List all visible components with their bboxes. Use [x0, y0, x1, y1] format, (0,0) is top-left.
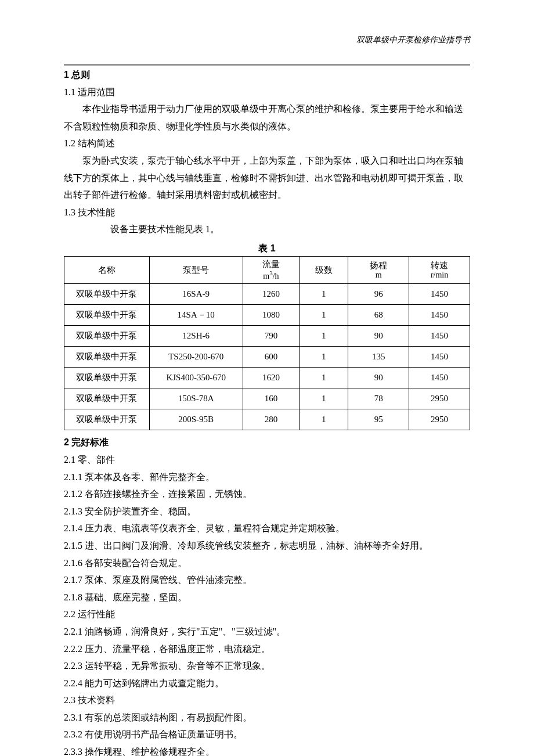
- header-title: 双吸单级中开泵检修作业指导书: [64, 35, 470, 48]
- cell-head: 78: [348, 388, 409, 409]
- list-item: 2.1.3 安全防护装置齐全、稳固。: [64, 503, 470, 520]
- col-name: 名称: [64, 256, 150, 283]
- cell-name: 双吸单级中开泵: [64, 284, 150, 305]
- table-1-caption: 表 1: [64, 243, 470, 255]
- cell-flow: 600: [243, 347, 300, 368]
- table-row: 双吸单级中开泵TS250-200-67060011351450: [64, 347, 470, 368]
- running-header: 双吸单级中开泵检修作业指导书: [64, 35, 470, 66]
- cell-stages: 1: [300, 368, 348, 388]
- document-page: 双吸单级中开泵检修作业指导书 1 总则 1.1 适用范围 本作业指导书适用于动力…: [0, 0, 534, 756]
- table-row: 双吸单级中开泵14SA－1010801681450: [64, 305, 470, 326]
- section-2-2-head: 2.2 运行性能: [64, 606, 470, 623]
- cell-stages: 1: [300, 305, 348, 326]
- cell-model: 150S-78A: [149, 388, 243, 409]
- cell-head: 95: [348, 409, 409, 430]
- table-row: 双吸单级中开泵12SH-67901901450: [64, 326, 470, 347]
- list-item: 2.2.1 油路畅通，润滑良好，实行"五定"、"三级过滤"。: [64, 623, 470, 640]
- cell-flow: 790: [243, 326, 300, 347]
- col-head-line2: m: [351, 271, 406, 280]
- list-item: 2.2.4 能力可达到铭牌出力或查定能力。: [64, 675, 470, 692]
- col-speed-line2: r/min: [412, 271, 467, 280]
- cell-flow: 1260: [243, 284, 300, 305]
- table-1: 名称 泵型号 流量 m3/h 级数 扬程 m 转速 r/min 双吸单级中开泵1…: [64, 256, 470, 430]
- cell-flow: 1080: [243, 305, 300, 326]
- cell-name: 双吸单级中开泵: [64, 388, 150, 409]
- cell-speed: 1450: [409, 284, 470, 305]
- table-row: 双吸单级中开泵200S-95B2801952950: [64, 409, 470, 430]
- col-head: 扬程 m: [348, 256, 409, 283]
- table-row: 双吸单级中开泵KJS400-350-67016201901450: [64, 368, 470, 388]
- cell-head: 90: [348, 368, 409, 388]
- cell-speed: 1450: [409, 326, 470, 347]
- cell-stages: 1: [300, 388, 348, 409]
- cell-name: 双吸单级中开泵: [64, 305, 150, 326]
- list-item: 2.1.1 泵本体及各零、部件完整齐全。: [64, 469, 470, 486]
- section-2-title: 2 完好标准: [64, 434, 470, 451]
- cell-flow: 280: [243, 409, 300, 430]
- section-2-3-head: 2.3 技术资料: [64, 692, 470, 709]
- table-row: 双吸单级中开泵16SA-912601961450: [64, 284, 470, 305]
- cell-speed: 1450: [409, 305, 470, 326]
- cell-model: TS250-200-670: [149, 347, 243, 368]
- cell-stages: 1: [300, 326, 348, 347]
- list-item: 2.1.6 各部安装配合符合规定。: [64, 555, 470, 572]
- list-item: 2.1.5 进、出口阀门及润滑、冷却系统管线安装整齐，标志明显，油标、油杯等齐全…: [64, 537, 470, 555]
- section-1-3-head: 1.3 技术性能: [64, 204, 470, 221]
- table-row: 双吸单级中开泵150S-78A1601782950: [64, 388, 470, 409]
- section-2-1-head: 2.1 零、部件: [64, 451, 470, 469]
- cell-model: 12SH-6: [149, 326, 243, 347]
- cell-speed: 2950: [409, 409, 470, 430]
- col-flow-line1: 流量: [262, 260, 280, 269]
- cell-stages: 1: [300, 284, 348, 305]
- section-2-3-list: 2.3.1 有泵的总装图或结构图，有易损配件图。2.3.2 有使用说明书产品合格…: [64, 709, 470, 756]
- list-item: 2.3.1 有泵的总装图或结构图，有易损配件图。: [64, 709, 470, 726]
- col-speed: 转速 r/min: [409, 256, 470, 283]
- list-item: 2.2.2 压力、流量平稳，各部温度正常，电流稳定。: [64, 640, 470, 658]
- list-item: 2.1.7 泵体、泵座及附属管线、管件油漆完整。: [64, 571, 470, 589]
- cell-flow: 1620: [243, 368, 300, 388]
- col-flow: 流量 m3/h: [243, 256, 300, 283]
- cell-name: 双吸单级中开泵: [64, 326, 150, 347]
- cell-head: 96: [348, 284, 409, 305]
- list-item: 2.3.3 操作规程、维护检修规程齐全。: [64, 743, 470, 756]
- cell-head: 68: [348, 305, 409, 326]
- list-item: 2.1.2 各部连接螺拴齐全，连接紧固，无锈蚀。: [64, 485, 470, 503]
- col-model: 泵型号: [149, 256, 243, 283]
- cell-model: 14SA－10: [149, 305, 243, 326]
- cell-stages: 1: [300, 409, 348, 430]
- list-item: 2.3.2 有使用说明书产品合格证质量证明书。: [64, 726, 470, 743]
- cell-speed: 1450: [409, 347, 470, 368]
- cell-head: 90: [348, 326, 409, 347]
- cell-head: 135: [348, 347, 409, 368]
- section-1-title: 1 总则: [64, 66, 470, 84]
- section-1-1-head: 1.1 适用范围: [64, 84, 470, 101]
- cell-model: 16SA-9: [149, 284, 243, 305]
- cell-name: 双吸单级中开泵: [64, 368, 150, 388]
- list-item: 2.1.4 压力表、电流表等仪表齐全、灵敏，量程符合规定并定期校验。: [64, 520, 470, 537]
- col-stages: 级数: [300, 256, 348, 283]
- list-item: 2.2.3 运转平稳，无异常振动、杂音等不正常现象。: [64, 657, 470, 675]
- table-1-body: 双吸单级中开泵16SA-912601961450双吸单级中开泵14SA－1010…: [64, 284, 470, 430]
- cell-speed: 2950: [409, 388, 470, 409]
- col-flow-line2: m3/h: [246, 269, 297, 281]
- cell-stages: 1: [300, 347, 348, 368]
- col-head-line1: 扬程: [370, 261, 387, 270]
- cell-speed: 1450: [409, 368, 470, 388]
- section-2-1-list: 2.1.1 泵本体及各零、部件完整齐全。2.1.2 各部连接螺拴齐全，连接紧固，…: [64, 469, 470, 606]
- section-1-1-body: 本作业指导书适用于动力厂使用的双吸单级中开离心泵的维护和检修。泵主要用于给水和输…: [64, 100, 470, 135]
- section-2-2-list: 2.2.1 油路畅通，润滑良好，实行"五定"、"三级过滤"。2.2.2 压力、流…: [64, 623, 470, 692]
- cell-name: 双吸单级中开泵: [64, 347, 150, 368]
- col-speed-line1: 转速: [431, 261, 448, 270]
- list-item: 2.1.8 基础、底座完整，坚固。: [64, 589, 470, 606]
- cell-name: 双吸单级中开泵: [64, 409, 150, 430]
- section-1-2-body: 泵为卧式安装，泵壳于轴心线水平中开，上部为泵盖，下部为泵体，吸入口和吐出口均在泵…: [64, 152, 470, 204]
- section-1-3-body: 设备主要技术性能见表 1。: [64, 221, 470, 238]
- cell-model: KJS400-350-670: [149, 368, 243, 388]
- cell-flow: 160: [243, 388, 300, 409]
- section-1-2-head: 1.2 结构简述: [64, 135, 470, 152]
- cell-model: 200S-95B: [149, 409, 243, 430]
- table-header-row: 名称 泵型号 流量 m3/h 级数 扬程 m 转速 r/min: [64, 256, 470, 283]
